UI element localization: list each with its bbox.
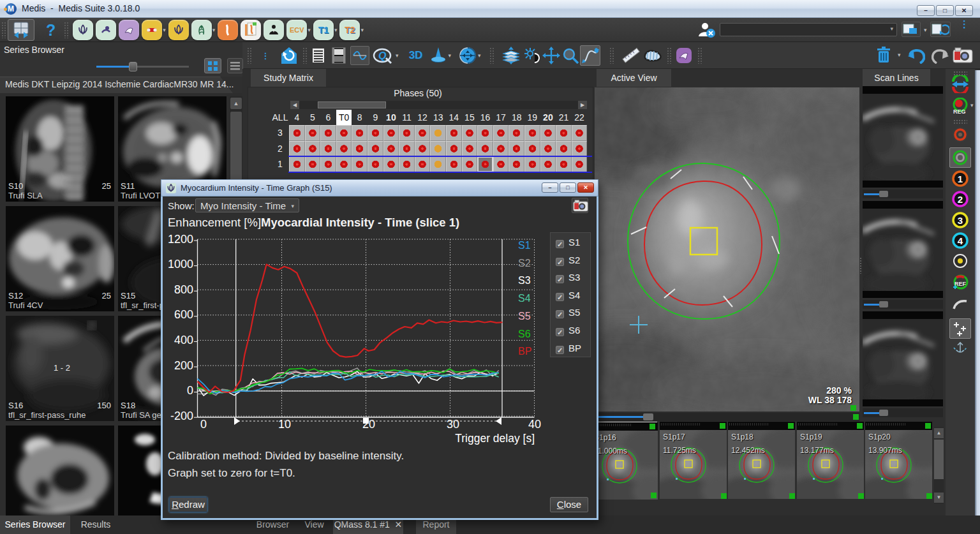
svg-text:REF: REF	[954, 281, 967, 287]
svg-text:S3: S3	[518, 275, 531, 286]
svg-text:600: 600	[174, 308, 193, 321]
svg-text:4: 4	[958, 235, 963, 246]
svg-text:S6: S6	[518, 329, 531, 339]
svg-text:Trigger delay [s]: Trigger delay [s]	[455, 432, 535, 445]
svg-text:1200: 1200	[168, 233, 193, 246]
svg-text:200: 200	[174, 359, 193, 372]
svg-text:30: 30	[447, 418, 459, 431]
svg-text:0: 0	[187, 384, 193, 397]
svg-text:1: 1	[958, 174, 963, 184]
svg-text:40: 40	[528, 418, 541, 431]
svg-text:1000: 1000	[168, 258, 193, 271]
svg-text:10: 10	[278, 418, 291, 431]
svg-text:800: 800	[174, 283, 193, 296]
svg-text:S2: S2	[518, 258, 531, 269]
svg-text:400: 400	[174, 334, 193, 346]
svg-text:S1: S1	[518, 240, 531, 251]
svg-text:Q: Q	[378, 50, 387, 61]
svg-text:REG: REG	[953, 108, 966, 115]
svg-text:S4: S4	[518, 293, 531, 304]
svg-text:1 - 2: 1 - 2	[54, 363, 70, 373]
svg-text:2: 2	[958, 194, 963, 205]
svg-text:S5: S5	[518, 311, 531, 322]
svg-text:0: 0	[200, 418, 207, 431]
svg-text:BP: BP	[518, 346, 531, 357]
svg-text:3: 3	[958, 215, 963, 226]
svg-text:-200: -200	[170, 410, 193, 422]
